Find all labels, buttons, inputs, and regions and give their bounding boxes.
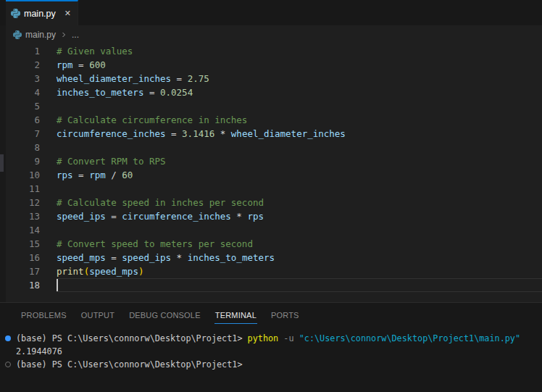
- panel-tab-terminal[interactable]: TERMINAL: [214, 306, 257, 324]
- code-token-variable: wheel_diameter_inches: [231, 128, 346, 139]
- line-number: 15: [6, 237, 40, 251]
- code-line[interactable]: 2rpm = 600: [6, 58, 542, 72]
- code-line[interactable]: 18: [6, 278, 542, 292]
- line-number: 12: [6, 196, 40, 209]
- code-token-operator: /: [106, 170, 122, 180]
- code-line[interactable]: 5: [6, 99, 542, 113]
- line-number: 16: [6, 251, 40, 264]
- code-token-variable: circumference_inches: [57, 128, 166, 139]
- chevron-right-icon: [59, 30, 68, 39]
- code-token-operator: *: [231, 211, 248, 222]
- code-line[interactable]: 13speed_ips = circumference_inches * rps: [6, 209, 542, 223]
- code-token-variable: rps: [247, 211, 264, 222]
- editor[interactable]: main.py ... 1# Given values2rpm = 6003wh…: [6, 25, 542, 302]
- code-line[interactable]: 8: [6, 141, 542, 154]
- line-number: 14: [6, 223, 40, 237]
- code-line[interactable]: 9# Convert RPM to RPS: [6, 154, 542, 168]
- panel-tab-problems[interactable]: PROBLEMS: [20, 306, 67, 324]
- code-text: rpm = 600: [57, 58, 106, 72]
- terminal-command-decoration: [0, 358, 16, 371]
- code-token-variable: speed_mps: [89, 266, 138, 277]
- code-token-number: 2.75: [188, 73, 209, 84]
- tab-main-py[interactable]: main.py ✕: [6, 0, 78, 25]
- code-token-operator: =: [143, 87, 160, 98]
- code-token-variable: speed_mps: [57, 252, 106, 263]
- code-text: circumference_inches = 3.1416 * wheel_di…: [57, 127, 346, 141]
- code-token-comment: # Convert RPM to RPS: [57, 156, 166, 167]
- code-token-number: 60: [122, 170, 133, 180]
- line-number: 1: [6, 44, 40, 58]
- panel-tab-ports[interactable]: PORTS: [270, 306, 300, 324]
- code-token-operator: =: [171, 73, 188, 84]
- line-number: 7: [6, 127, 40, 141]
- code-token-operator: *: [214, 128, 231, 139]
- code-token-operator: =: [73, 59, 90, 70]
- terminal-line: (base) PS C:\Users\connorw\Desktop\Proje…: [0, 332, 542, 345]
- code-token-number: 3.1416: [182, 128, 214, 139]
- code-token-comment: # Convert speed to meters per second: [57, 238, 253, 249]
- code-text: rps = rpm / 60: [57, 168, 133, 182]
- code-token-operator: =: [166, 128, 183, 139]
- code-token-operator: =: [106, 252, 122, 263]
- line-number: 8: [6, 141, 40, 154]
- code-token-comment: # Given values: [57, 46, 133, 57]
- terminal-line: (base) PS C:\Users\connorw\Desktop\Proje…: [0, 358, 542, 371]
- breadcrumb: main.py ...: [6, 25, 542, 44]
- code-line[interactable]: 15# Convert speed to meters per second: [6, 237, 542, 251]
- line-number: 11: [6, 182, 40, 196]
- breadcrumb-symbol-ellipsis[interactable]: ...: [72, 30, 79, 40]
- line-number: 17: [6, 264, 40, 278]
- code-line[interactable]: 16speed_mps = speed_ips * inches_to_mete…: [6, 251, 542, 264]
- command-run-dot-icon[interactable]: [5, 335, 11, 341]
- close-icon[interactable]: ✕: [64, 9, 71, 18]
- code-token-operator: =: [73, 170, 90, 180]
- code-text: # Convert speed to meters per second: [57, 237, 253, 251]
- line-number: 10: [6, 168, 40, 182]
- code-token-command: python: [248, 333, 279, 343]
- code-line[interactable]: 11: [6, 182, 542, 196]
- terminal-text: (base) PS C:\Users\connorw\Desktop\Proje…: [16, 358, 243, 371]
- terminal[interactable]: (base) PS C:\Users\connorw\Desktop\Proje…: [0, 332, 542, 371]
- code-line[interactable]: 4inches_to_meters = 0.0254: [6, 86, 542, 99]
- code-line[interactable]: 1# Given values: [6, 44, 542, 58]
- line-number: 13: [6, 209, 40, 223]
- code-text: print(speed_mps): [57, 264, 143, 278]
- code-text: inches_to_meters = 0.0254: [57, 86, 193, 99]
- code-text: # Calculate circumference in inches: [57, 113, 247, 127]
- line-number: 5: [6, 99, 40, 113]
- panel-tab-output[interactable]: OUTPUT: [80, 306, 115, 324]
- code-text: wheel_diameter_inches = 2.75: [57, 72, 209, 86]
- prompt-dot-icon: [5, 362, 11, 367]
- editor-tab-bar: main.py ✕: [0, 0, 542, 25]
- line-number: 4: [6, 86, 40, 99]
- code-token-comment: # Calculate speed in inches per second: [57, 197, 264, 208]
- code-token-parameter: -u: [283, 333, 293, 343]
- text-cursor: [57, 279, 58, 291]
- code-token-text: 2.1944076: [16, 346, 62, 356]
- terminal-text: (base) PS C:\Users\connorw\Desktop\Proje…: [16, 332, 520, 345]
- code-token-variable: rps: [57, 170, 73, 180]
- breadcrumb-file[interactable]: main.py: [25, 30, 56, 40]
- code-line[interactable]: 6# Calculate circumference in inches: [6, 113, 542, 127]
- code-token-function: print: [57, 266, 84, 277]
- code-token-number: 600: [89, 59, 106, 70]
- code-token-variable: speed_ips: [122, 252, 171, 263]
- line-number: 6: [6, 113, 40, 127]
- code-line[interactable]: 17print(speed_mps): [6, 264, 542, 278]
- python-file-icon: [13, 30, 22, 39]
- terminal-text: 2.1944076: [16, 345, 62, 358]
- code-line[interactable]: 14: [6, 223, 542, 237]
- code-token-variable: inches_to_meters: [188, 252, 275, 263]
- terminal-line: 2.1944076: [0, 345, 542, 358]
- code-line[interactable]: 12# Calculate speed in inches per second: [6, 196, 542, 209]
- code-token-variable: circumference_inches: [122, 211, 231, 222]
- code-line[interactable]: 10rps = rpm / 60: [6, 168, 542, 182]
- code-line[interactable]: 7circumference_inches = 3.1416 * wheel_d…: [6, 127, 542, 141]
- code-text: # Calculate speed in inches per second: [57, 196, 264, 209]
- terminal-command-decoration: [0, 345, 16, 358]
- code-token-string: "c:\Users\connorw\Desktop\Project1\main.…: [299, 333, 520, 343]
- panel-tab-debug-console[interactable]: DEBUG CONSOLE: [128, 306, 201, 324]
- bottom-panel: PROBLEMSOUTPUTDEBUG CONSOLETERMINALPORTS…: [0, 302, 542, 392]
- code-line[interactable]: 3wheel_diameter_inches = 2.75: [6, 72, 542, 86]
- code-token-text: (base) PS C:\Users\connorw\Desktop\Proje…: [16, 359, 243, 370]
